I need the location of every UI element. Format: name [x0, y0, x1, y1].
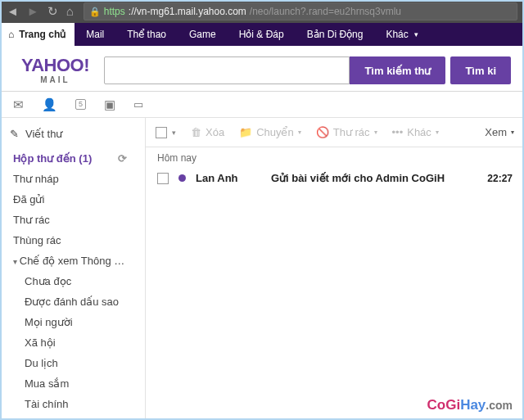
- notes-icon[interactable]: ▣: [104, 97, 115, 112]
- logo-bang: !: [84, 55, 89, 75]
- main: ✎ Viết thư ⟳ Hộp thư đến (1) Thư nháp Đã…: [0, 118, 524, 420]
- url-host: ://vn-mg61.mail.yahoo.com: [129, 6, 246, 17]
- browser-bar: ◄ ► ↻ ⌂ 🔒 https ://vn-mg61.mail.yahoo.co…: [0, 0, 524, 23]
- brand-part2: Hay: [460, 397, 486, 413]
- nav-item-game[interactable]: Game: [178, 23, 228, 46]
- forward-icon[interactable]: ►: [27, 4, 39, 19]
- chevron-down-icon: ▾: [511, 129, 514, 136]
- nav-home-label: Trang chủ: [19, 29, 66, 40]
- messenger-icon[interactable]: ▭: [133, 98, 143, 111]
- calendar-icon[interactable]: 5: [75, 99, 86, 110]
- logo[interactable]: YAHOO! MAIL: [21, 56, 89, 84]
- iconbar: ✉ 👤 5 ▣ ▭: [0, 92, 524, 118]
- folder-label: Hộp thư đến (1): [13, 152, 92, 165]
- toolbar-label: Chuyển: [256, 126, 294, 138]
- message-row[interactable]: Lan Anh Gửi bài viết mới cho Admin CoGiH…: [146, 165, 524, 191]
- home-glyph-icon: ⌂: [8, 29, 14, 40]
- row-sender: Lan Anh: [196, 172, 261, 184]
- logo-sub: MAIL: [40, 76, 70, 84]
- header: YAHOO! MAIL Tìm kiếm thư Tìm ki: [0, 46, 524, 92]
- nav-item-sport[interactable]: Thể thao: [115, 23, 178, 46]
- compose-label: Viết thư: [25, 128, 62, 140]
- date-group-header: Hôm nay: [146, 147, 524, 165]
- trash-icon: 🗑: [191, 126, 201, 138]
- nav-label: Hỏi & Đáp: [239, 29, 284, 40]
- search-wrap: Tìm kiếm thư Tìm ki: [104, 56, 511, 84]
- reload-icon[interactable]: ↻: [47, 4, 58, 19]
- back-icon[interactable]: ◄: [7, 4, 19, 19]
- smartview-travel[interactable]: Du lịch: [3, 353, 142, 373]
- url-path: /neo/launch?.rand=eu2hrnsq3vmlu: [250, 6, 401, 17]
- folder-folders[interactable]: Thư mục: [3, 414, 142, 420]
- nav-label: Mail: [86, 29, 104, 40]
- toolbar-label: Xem: [485, 126, 507, 138]
- mail-icon[interactable]: ✉: [13, 97, 24, 112]
- pencil-icon: ✎: [10, 128, 19, 140]
- content: ▾ 🗑Xóa 📁Chuyển▾ 🚫Thư rác▾ •••Khác▾ Xem▾ …: [146, 118, 524, 420]
- more-button: •••Khác▾: [392, 126, 439, 138]
- url-bar[interactable]: 🔒 https ://vn-mg61.mail.yahoo.com /neo/l…: [84, 2, 517, 20]
- url-proto: https: [104, 6, 125, 17]
- nav-label: Khác: [386, 29, 408, 40]
- toolbar-label: Khác: [407, 126, 431, 138]
- refresh-icon[interactable]: ⟳: [118, 152, 127, 165]
- folder-drafts[interactable]: Thư nháp: [3, 169, 142, 189]
- compose-button[interactable]: ✎ Viết thư: [3, 124, 142, 148]
- lock-icon: 🔒: [89, 7, 101, 17]
- spam-button: 🚫Thư rác▾: [316, 126, 377, 138]
- browser-nav: ◄ ► ↻ ⌂: [7, 4, 74, 19]
- chevron-down-icon[interactable]: ▾: [172, 129, 176, 137]
- nav-label: Bản Di Động: [307, 29, 364, 40]
- toolbar-label: Xóa: [206, 126, 224, 138]
- move-button: 📁Chuyển▾: [239, 126, 301, 138]
- row-time: 22:27: [487, 173, 513, 184]
- nav-label: Thể thao: [127, 29, 166, 40]
- folder-smartviews[interactable]: Chế độ xem Thông minh: [3, 251, 142, 271]
- spam-icon: 🚫: [316, 126, 329, 138]
- site-nav: ⌂ Trang chủ Mail Thể thao Game Hỏi & Đáp…: [0, 23, 524, 46]
- watermark: CoGiHay.com: [427, 397, 513, 413]
- nav-label: Game: [189, 29, 216, 40]
- smartview-shopping[interactable]: Mua sắm: [3, 373, 142, 394]
- folder-inbox[interactable]: ⟳ Hộp thư đến (1): [3, 148, 142, 169]
- select-all-checkbox[interactable]: [156, 127, 167, 138]
- chevron-down-icon: ▾: [298, 129, 301, 136]
- smartview-people[interactable]: Mọi người: [3, 312, 142, 332]
- brand-suffix: .com: [486, 399, 513, 412]
- row-checkbox[interactable]: [157, 173, 169, 184]
- smartview-social[interactable]: Xã hội: [3, 332, 142, 353]
- toolbar: ▾ 🗑Xóa 📁Chuyển▾ 🚫Thư rác▾ •••Khác▾ Xem▾: [146, 118, 524, 147]
- chevron-down-icon: ▾: [414, 30, 418, 38]
- folder-spam[interactable]: Thư rác: [3, 210, 142, 230]
- search-mail-button[interactable]: Tìm kiếm thư: [350, 56, 445, 84]
- more-icon: •••: [392, 126, 404, 138]
- brand-part1: CoGi: [427, 397, 461, 413]
- nav-item-answers[interactable]: Hỏi & Đáp: [228, 23, 296, 46]
- smartview-starred[interactable]: Được đánh dấu sao: [3, 291, 142, 312]
- sidebar: ✎ Viết thư ⟳ Hộp thư đến (1) Thư nháp Đã…: [0, 118, 146, 420]
- search-web-button[interactable]: Tìm ki: [450, 56, 511, 84]
- nav-item-mobile[interactable]: Bản Di Động: [296, 23, 375, 46]
- nav-home[interactable]: ⌂ Trang chủ: [0, 23, 75, 46]
- unread-dot-icon: [178, 174, 186, 182]
- contacts-icon[interactable]: 👤: [42, 97, 57, 112]
- folders: ⟳ Hộp thư đến (1) Thư nháp Đã gửi Thư rá…: [3, 148, 142, 420]
- search-input[interactable]: [104, 56, 350, 84]
- toolbar-label: Thư rác: [333, 126, 370, 138]
- home-icon[interactable]: ⌂: [66, 4, 74, 19]
- nav-item-mail[interactable]: Mail: [75, 23, 115, 46]
- delete-button: 🗑Xóa: [191, 126, 224, 138]
- folder-move-icon: 📁: [239, 126, 252, 138]
- view-button[interactable]: Xem▾: [485, 126, 514, 138]
- row-subject: Gửi bài viết mới cho Admin CoGiH: [271, 172, 477, 184]
- folder-sent[interactable]: Đã gửi: [3, 189, 142, 210]
- chevron-down-icon: ▾: [436, 129, 439, 136]
- nav-item-more[interactable]: Khác▾: [374, 23, 429, 46]
- logo-text: YAHOO: [21, 55, 84, 75]
- smartview-finance[interactable]: Tài chính: [3, 394, 142, 414]
- folder-trash[interactable]: Thùng rác: [3, 230, 142, 251]
- smartview-unread[interactable]: Chưa đọc: [3, 271, 142, 291]
- chevron-down-icon: ▾: [374, 129, 377, 136]
